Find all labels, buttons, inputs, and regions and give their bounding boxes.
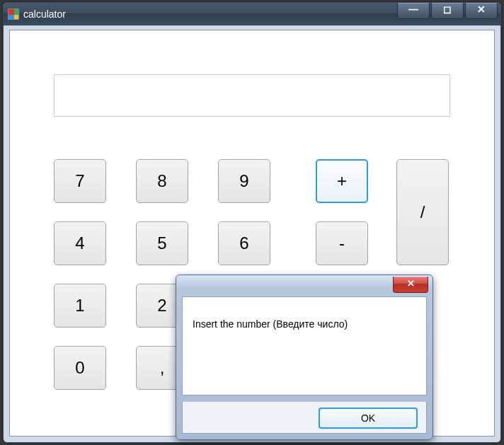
- minimize-button[interactable]: —: [397, 3, 430, 19]
- maximize-button[interactable]: ◻: [431, 3, 464, 19]
- close-button[interactable]: ✕: [465, 3, 498, 19]
- digit-4-button[interactable]: 4: [54, 221, 106, 265]
- digit-7-button[interactable]: 7: [54, 159, 106, 203]
- digit-1-button[interactable]: 1: [54, 284, 106, 328]
- display-input[interactable]: [54, 74, 450, 117]
- digit-6-button[interactable]: 6: [218, 221, 270, 265]
- message-dialog: ✕ Insert the number (Введите число) OK: [176, 274, 433, 440]
- digit-9-button[interactable]: 9: [218, 159, 270, 203]
- divide-button[interactable]: /: [396, 159, 449, 265]
- digit-5-button[interactable]: 5: [136, 221, 188, 265]
- dialog-body: Insert the number (Введите число): [182, 296, 427, 395]
- minus-button[interactable]: -: [316, 221, 368, 265]
- window-controls: — ◻ ✕: [396, 3, 498, 19]
- plus-button[interactable]: +: [316, 159, 368, 203]
- digit-0-button[interactable]: 0: [54, 346, 106, 390]
- dialog-message: Insert the number (Введите число): [193, 318, 348, 330]
- dialog-footer: OK: [182, 401, 427, 434]
- dialog-close-button[interactable]: ✕: [393, 277, 428, 293]
- window-title: calculator: [23, 8, 66, 20]
- digit-8-button[interactable]: 8: [136, 159, 188, 203]
- titlebar[interactable]: calculator — ◻ ✕: [4, 3, 500, 25]
- dialog-titlebar[interactable]: ✕: [176, 275, 433, 296]
- dialog-ok-button[interactable]: OK: [319, 408, 418, 429]
- app-icon: [8, 8, 19, 20]
